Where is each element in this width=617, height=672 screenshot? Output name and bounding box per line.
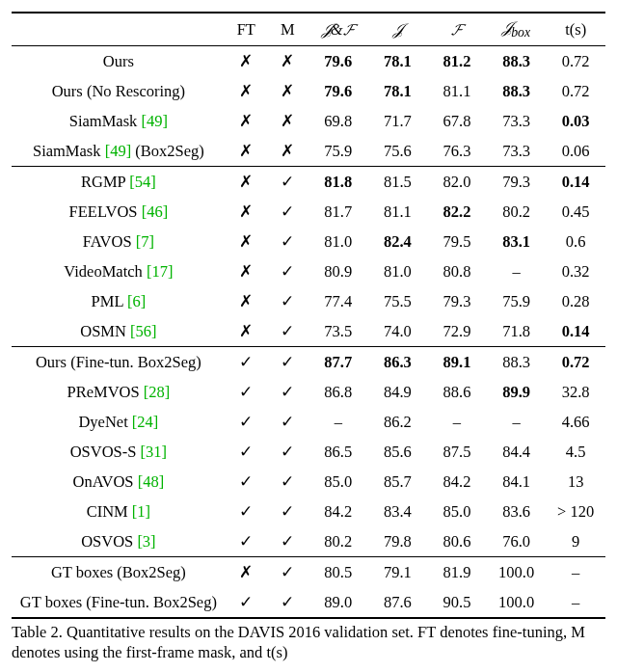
results-table: FT M 𝒥&𝓕 𝒥 𝓕 𝒥box t(s) Ours✗✗79.678.181.… bbox=[12, 12, 605, 619]
col-f: 𝓕 bbox=[427, 13, 487, 46]
table-row: Ours (No Rescoring)✗✗79.678.181.188.30.7… bbox=[12, 76, 605, 106]
table-row: DyeNet [24]✓✓–86.2––4.66 bbox=[12, 407, 605, 437]
col-jf: 𝒥&𝓕 bbox=[308, 13, 368, 46]
table-row: FEELVOS [46]✗✓81.781.182.280.20.45 bbox=[12, 197, 605, 227]
table-header-row: FT M 𝒥&𝓕 𝒥 𝓕 𝒥box t(s) bbox=[12, 13, 605, 46]
table-row: SiamMask [49]✗✗69.871.767.873.30.03 bbox=[12, 106, 605, 136]
table-row: VideoMatch [17]✗✓80.981.080.8–0.32 bbox=[12, 256, 605, 286]
table-row: OSMN [56]✗✓73.574.072.971.80.14 bbox=[12, 316, 605, 347]
table-row: OnAVOS [48]✓✓85.085.784.284.113 bbox=[12, 467, 605, 497]
table-row: OSVOS-S [31]✓✓86.585.687.584.44.5 bbox=[12, 437, 605, 467]
table-row: CINM [1]✓✓84.283.485.083.6> 120 bbox=[12, 497, 605, 526]
table-row: PReMVOS [28]✓✓86.884.988.689.932.8 bbox=[12, 377, 605, 407]
col-j: 𝒥 bbox=[368, 13, 428, 46]
table-row: GT boxes (Box2Seg)✗✓80.579.181.9100.0– bbox=[12, 557, 605, 588]
table-row: Ours✗✗79.678.181.288.30.72 bbox=[12, 46, 605, 77]
table-row: OSVOS [3]✓✓80.279.880.676.09 bbox=[12, 526, 605, 557]
table-row: RGMP [54]✗✓81.881.582.079.30.14 bbox=[12, 167, 605, 198]
col-t: t(s) bbox=[546, 13, 605, 46]
col-jbox: 𝒥box bbox=[487, 13, 547, 46]
table-row: Ours (Fine-tun. Box2Seg)✓✓87.786.389.188… bbox=[12, 347, 605, 378]
col-m: M bbox=[267, 13, 308, 46]
col-ft: FT bbox=[226, 13, 267, 46]
table-row: PML [6]✗✓77.475.579.375.90.28 bbox=[12, 286, 605, 316]
table-caption: Table 2. Quantitative results on the DAV… bbox=[12, 623, 605, 662]
table-row: GT boxes (Fine-tun. Box2Seg)✓✓89.087.690… bbox=[12, 587, 605, 618]
table-row: FAVOS [7]✗✓81.082.479.583.10.6 bbox=[12, 227, 605, 256]
table-row: SiamMask [49] (Box2Seg)✗✗75.975.676.373.… bbox=[12, 136, 605, 167]
